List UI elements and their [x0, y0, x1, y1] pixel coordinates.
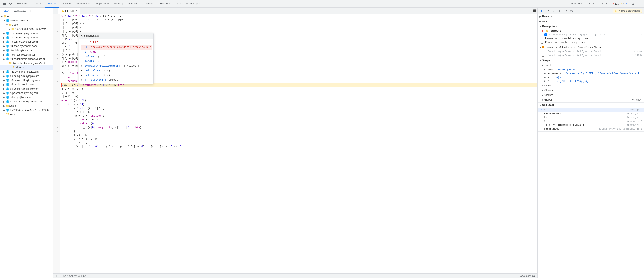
- pause-uncaught-checkbox[interactable]: [541, 37, 544, 40]
- tree-item-lf3-short[interactable]: ▶ 🌐 lf3-short.bytedapm.com: [0, 44, 53, 48]
- editor-format-btn[interactable]: { }: [53, 8, 58, 14]
- tree-item-wasm[interactable]: ▶ 📁 wasm: [0, 104, 53, 108]
- tree-item-obj[interactable]: ▼ 📁 obj/rc-client-security/web/stab: [0, 61, 53, 65]
- sidebar-toggle-btn[interactable]: ⬛: [532, 8, 537, 14]
- sidebar-tab-workspace[interactable]: Workspace: [11, 8, 29, 14]
- popup-row-prototype[interactable]: ▶ [[Prototype]]: Object: [81, 78, 152, 82]
- pause-caught-checkbox[interactable]: [541, 41, 544, 44]
- v-options-btn[interactable]: v_opitons: [569, 0, 585, 8]
- call-stack-item-anon-2[interactable]: (anonymous) client-entry-2d...6cc18c13.j…: [538, 127, 644, 131]
- closure-header-2[interactable]: ▶ Closure: [538, 88, 644, 93]
- tree-item-swjs[interactable]: JS sw.js: [0, 112, 53, 117]
- call-stack-item-anon-1[interactable]: (anonymous) index.js:16: [538, 112, 644, 116]
- tree-item-lf-rc1[interactable]: ▶ 🌐 lf-rc1.yhgfb-cn-static.com: [0, 70, 53, 74]
- tab-console[interactable]: Console: [30, 0, 45, 8]
- tab-security[interactable]: Security: [126, 0, 140, 8]
- tree-item-privacy[interactable]: ▶ 🌐 privacy.zijieapi.com: [0, 95, 53, 100]
- tree-item-douyin[interactable]: ▼ 🌐 www.douyin.com: [0, 18, 53, 23]
- tab-sources[interactable]: Sources: [45, 0, 59, 8]
- info-badge[interactable]: ℹ 4: [626, 2, 629, 5]
- tree-item-video[interactable]: ▼ 📁 video: [0, 23, 53, 27]
- deactivate-bp-btn[interactable]: [569, 8, 574, 14]
- tree-item-video-hash[interactable]: ▶ 📁 7362005336229678387?mc: [0, 27, 53, 31]
- breakpoints-header[interactable]: ▼ Breakpoints: [538, 24, 644, 29]
- error-badge[interactable]: ✕ 116: [612, 2, 618, 5]
- code-editor[interactable]: – – – – – – – – – – – – – – – – –: [53, 14, 537, 273]
- browser-cn-item-2[interactable]: !function(){"use strict";var m=function(…: [538, 54, 644, 58]
- sidebar-tab-more[interactable]: »: [29, 10, 32, 12]
- tree-item-p9[interactable]: ▶ 🌐 p9-pc-sign.douyinpic.com: [0, 87, 53, 91]
- bp-checkbox[interactable]: [544, 33, 547, 36]
- popup-row-length[interactable]: length: 3: [81, 59, 152, 64]
- call-stack-item-n[interactable]: n index.js:16: [538, 119, 644, 123]
- more-options-icon[interactable]: ⋮: [637, 1, 642, 7]
- tree-item-p3-weboff[interactable]: ▶ 🌐 p3-pc-weboff.byteimg.com: [0, 78, 53, 82]
- popup-row-set-callee[interactable]: ▶ set callee: f (): [81, 73, 152, 78]
- tab-application[interactable]: Application: [94, 0, 112, 8]
- tree-item-p3-sign[interactable]: ▶ 🌐 p3-pc-sign.douyinpic.com: [0, 74, 53, 78]
- tab-close-btn[interactable]: ✕: [75, 10, 78, 12]
- tab-lighthouse[interactable]: Lighthouse: [140, 0, 158, 8]
- global-header[interactable]: ▶ Global Window: [538, 97, 644, 102]
- scope-arguments[interactable]: ▶ arguments: Arguments(3) ['GET', '/awem…: [538, 72, 644, 76]
- editor-tab-bdms[interactable]: JS bdms.js ✕: [58, 8, 80, 14]
- v-ast-btn[interactable]: v_ast: [600, 0, 611, 8]
- call-stack-item-lc[interactable]: Lc index.js:16: [538, 116, 644, 119]
- bp-cn-checkbox-1[interactable]: [542, 50, 544, 53]
- tree-item-p3-pc[interactable]: ▶ 🌐 p3-pc.douyinpic.com: [0, 82, 53, 87]
- scope-header[interactable]: ▼ Scope: [538, 58, 644, 63]
- tab-elements[interactable]: Elements: [14, 0, 30, 8]
- tab-performance-insights[interactable]: Performance insights: [173, 0, 202, 8]
- popup-row-1[interactable]: 1: "/aweme/v1/web/aweme/detail/?device_p…: [81, 45, 152, 50]
- tree-item-lf-headquarters[interactable]: ▶ 🌐 lf-headquarters-speed.yhgfb-cn-: [0, 57, 53, 61]
- tree-item-lf1[interactable]: ▶ 🌐 lf1-cdn-tos.bytegoofy.com: [0, 31, 53, 36]
- sidebar-tab-page[interactable]: Page: [0, 8, 11, 14]
- tree-item-lf-cdn[interactable]: ▶ 🌐 lf-cdn-tos.bytescm.com: [0, 53, 53, 57]
- step-out-btn[interactable]: [557, 8, 562, 14]
- scope-r[interactable]: ▶ r: (3) [6969, 0, Array(5)]: [538, 79, 644, 83]
- popup-row-0[interactable]: 0: "GET": [81, 40, 152, 45]
- tree-item-bdms[interactable]: JS bdms.js: [0, 65, 53, 70]
- sidebar-more-options[interactable]: ⋮: [48, 8, 53, 14]
- scope-this[interactable]: ▶ this: XMLHttpRequest: [538, 68, 644, 72]
- tree-item-sf1[interactable]: ▶ 🌐 sf1-cdn-tos.douyinstatic.com: [0, 100, 53, 104]
- closure-header-3[interactable]: ▶ Closure: [538, 93, 644, 97]
- tree-item-lf3-bytegoofy[interactable]: ▶ 🌐 lf3-cdn-tos.bytegoofy.com: [0, 36, 53, 40]
- popup-row-get-callee[interactable]: ▶ get callee: f (): [81, 68, 152, 73]
- pause-caught-item[interactable]: Pause on caught exceptions: [538, 41, 644, 44]
- settings-icon[interactable]: ⚙: [630, 1, 636, 7]
- call-stack-item-tc[interactable]: Tc.n._vc_intercepted.n.send index.js:16: [538, 123, 644, 127]
- bp-cn-checkbox-2[interactable]: [542, 54, 544, 57]
- tab-recorder[interactable]: Recorder: [158, 0, 173, 8]
- threads-header[interactable]: ▶ Threads: [538, 14, 644, 19]
- breakpoint-item-bdms[interactable]: JS bdms.js: [538, 29, 644, 33]
- browser-cn-header[interactable]: ▼ browser.cn.js?bid=douyin_web&globalNam…: [538, 45, 644, 49]
- step-btn[interactable]: [563, 8, 568, 14]
- pause-uncaught-item[interactable]: Pause on uncaught exceptions: [538, 37, 644, 41]
- call-stack-item-e[interactable]: ▶ e bdms.js:2: [538, 108, 644, 112]
- v-diff-btn[interactable]: v_diff: [586, 0, 598, 8]
- tab-network[interactable]: Network: [59, 0, 74, 8]
- watch-header[interactable]: ▶ Watch: [538, 19, 644, 24]
- resume-btn[interactable]: [539, 8, 544, 14]
- closure-header-1[interactable]: ▶ Closure: [538, 83, 644, 88]
- tree-item-p-pc[interactable]: ▶ 🌐 p-pc-weboff.byteimg.com: [0, 91, 53, 95]
- devtools-logo[interactable]: [2, 1, 7, 7]
- call-stack-header[interactable]: ▼ Call Stack: [538, 103, 644, 107]
- bp-code-item[interactable]: window.bdms||function(){var e={312:funct…: [538, 33, 644, 37]
- tab-performance[interactable]: Performance: [74, 0, 94, 8]
- browser-cn-item-1[interactable]: !function(){"use strict";var m=function(…: [538, 50, 644, 54]
- step-over-btn[interactable]: [545, 8, 550, 14]
- tree-item-lf-c-flwb[interactable]: ▶ 🌐 lf-c-flwb.bytetos.com: [0, 48, 53, 53]
- warn-badge[interactable]: ⚠ 4: [620, 2, 624, 5]
- tab-memory[interactable]: Memory: [112, 0, 126, 8]
- inspect-icon[interactable]: [8, 1, 13, 7]
- popup-row-symbol[interactable]: ▶ Symbol(Symbol.iterator): f values(): [81, 64, 152, 68]
- popup-row-2[interactable]: 2: true: [81, 50, 152, 54]
- tree-item-fdc[interactable]: ▶ 🌐 fdc23f34-5ea4-4751-b1cc-7689d8: [0, 108, 53, 112]
- popup-row-callee[interactable]: callee: (...): [81, 54, 152, 59]
- tree-item-top[interactable]: ▶ 📁 top: [0, 14, 53, 18]
- format-icon[interactable]: { }: [56, 274, 58, 277]
- local-header[interactable]: ▼ Local: [538, 63, 644, 68]
- tree-item-lf3-bytescm[interactable]: ▶ 🌐 lf3-cdn-tos.bytescm.com: [0, 40, 53, 44]
